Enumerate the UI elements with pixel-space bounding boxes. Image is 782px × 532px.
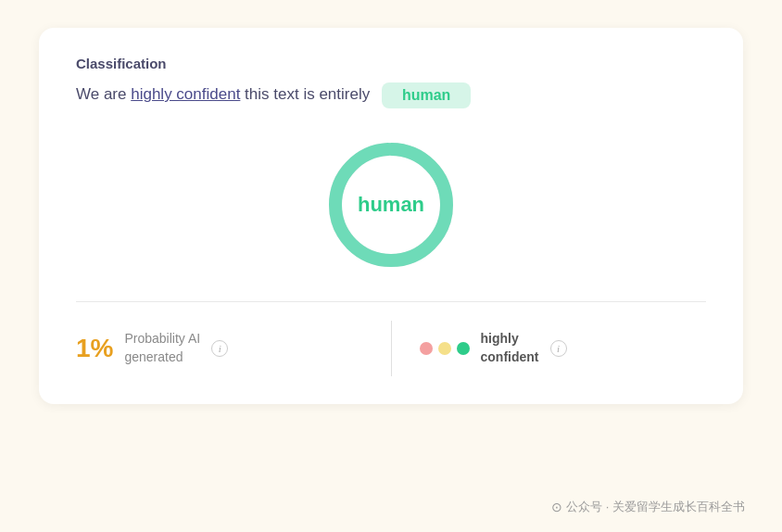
section-title: Classification [76,56,706,71]
donut-center-label: human [358,193,424,217]
classification-text: We are highly confident this text is ent… [76,82,706,108]
stat-left: 1% Probability AI generated i [76,330,391,366]
confidence-dots [420,342,470,355]
footer: ⊙ 公众号 · 关爱留学生成长百科全书 [551,499,745,515]
highly-confident-text: highly confident [131,85,240,103]
classification-card: Classification We are highly confident t… [39,28,743,404]
wechat-icon: ⊙ [551,500,562,514]
probability-label: Probability AI generated [124,330,200,366]
footer-text: 公众号 · 关爱留学生成长百科全书 [566,499,745,515]
chart-area: human [76,131,706,279]
text-before: We are [76,85,131,103]
text-after: this text is entirely [240,85,370,103]
stat-right: highlyconfident i [392,330,707,366]
stats-row: 1% Probability AI generated i highlyconf… [76,301,706,376]
dot-low [420,342,433,355]
human-badge: human [382,82,471,108]
dot-high [457,342,470,355]
dot-medium [438,342,451,355]
probability-info-icon[interactable]: i [211,340,228,357]
confidence-text: highlyconfident [481,330,539,366]
ai-percentage: 1% [76,334,113,363]
donut-chart: human [317,131,465,279]
confidence-info-icon[interactable]: i [550,340,567,357]
